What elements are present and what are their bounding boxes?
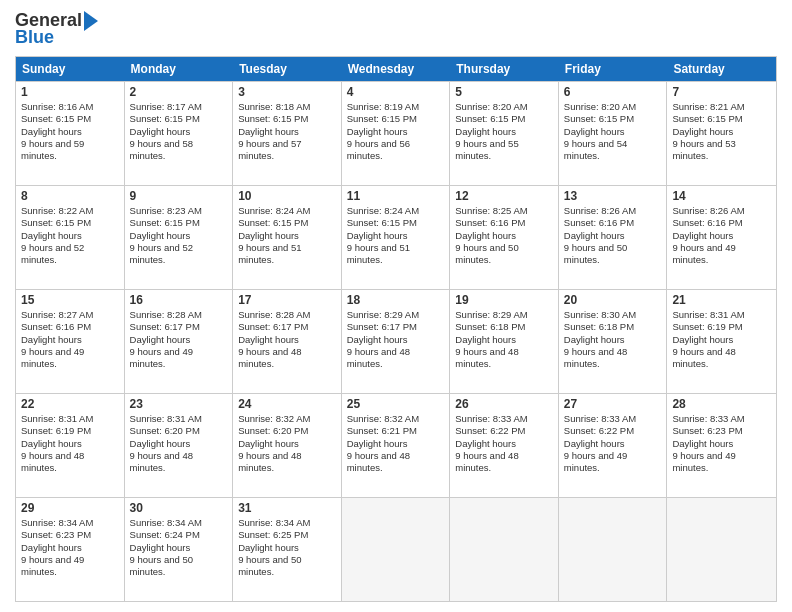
daylight-value: 9 hours and 48 minutes. <box>455 450 553 475</box>
day-number: 3 <box>238 85 336 99</box>
day-number: 15 <box>21 293 119 307</box>
day-number: 13 <box>564 189 662 203</box>
calendar-cell: 2Sunrise: 8:17 AMSunset: 6:15 PMDaylight… <box>125 82 234 185</box>
day-number: 12 <box>455 189 553 203</box>
sunrise-text: Sunrise: 8:33 AM <box>672 413 771 425</box>
sunset-text: Sunset: 6:22 PM <box>564 425 662 437</box>
sunset-text: Sunset: 6:18 PM <box>455 321 553 333</box>
calendar-cell: 5Sunrise: 8:20 AMSunset: 6:15 PMDaylight… <box>450 82 559 185</box>
day-number: 25 <box>347 397 445 411</box>
sunrise-text: Sunrise: 8:26 AM <box>564 205 662 217</box>
calendar-cell: 1Sunrise: 8:16 AMSunset: 6:15 PMDaylight… <box>16 82 125 185</box>
daylight-label: Daylight hours <box>130 126 228 138</box>
daylight-label: Daylight hours <box>130 230 228 242</box>
daylight-label: Daylight hours <box>455 334 553 346</box>
daylight-value: 9 hours and 59 minutes. <box>21 138 119 163</box>
page: General Blue SundayMondayTuesdayWednesda… <box>0 0 792 612</box>
daylight-label: Daylight hours <box>672 438 771 450</box>
daylight-value: 9 hours and 48 minutes. <box>238 450 336 475</box>
daylight-label: Daylight hours <box>455 230 553 242</box>
sunset-text: Sunset: 6:20 PM <box>238 425 336 437</box>
daylight-label: Daylight hours <box>21 542 119 554</box>
day-number: 1 <box>21 85 119 99</box>
sunset-text: Sunset: 6:17 PM <box>347 321 445 333</box>
sunset-text: Sunset: 6:19 PM <box>672 321 771 333</box>
sunrise-text: Sunrise: 8:34 AM <box>130 517 228 529</box>
daylight-value: 9 hours and 48 minutes. <box>21 450 119 475</box>
calendar: SundayMondayTuesdayWednesdayThursdayFrid… <box>15 56 777 602</box>
sunrise-text: Sunrise: 8:20 AM <box>564 101 662 113</box>
daylight-value: 9 hours and 49 minutes. <box>564 450 662 475</box>
calendar-cell: 29Sunrise: 8:34 AMSunset: 6:23 PMDayligh… <box>16 498 125 601</box>
day-number: 23 <box>130 397 228 411</box>
sunset-text: Sunset: 6:15 PM <box>347 217 445 229</box>
calendar-cell <box>342 498 451 601</box>
calendar-cell: 6Sunrise: 8:20 AMSunset: 6:15 PMDaylight… <box>559 82 668 185</box>
sunrise-text: Sunrise: 8:31 AM <box>21 413 119 425</box>
day-number: 9 <box>130 189 228 203</box>
sunrise-text: Sunrise: 8:22 AM <box>21 205 119 217</box>
calendar-cell: 18Sunrise: 8:29 AMSunset: 6:17 PMDayligh… <box>342 290 451 393</box>
sunset-text: Sunset: 6:18 PM <box>564 321 662 333</box>
calendar-cell: 16Sunrise: 8:28 AMSunset: 6:17 PMDayligh… <box>125 290 234 393</box>
day-number: 11 <box>347 189 445 203</box>
logo: General Blue <box>15 10 98 48</box>
daylight-value: 9 hours and 50 minutes. <box>130 554 228 579</box>
sunset-text: Sunset: 6:22 PM <box>455 425 553 437</box>
day-number: 21 <box>672 293 771 307</box>
sunrise-text: Sunrise: 8:31 AM <box>130 413 228 425</box>
daylight-label: Daylight hours <box>672 230 771 242</box>
daylight-label: Daylight hours <box>238 438 336 450</box>
daylight-value: 9 hours and 54 minutes. <box>564 138 662 163</box>
sunrise-text: Sunrise: 8:27 AM <box>21 309 119 321</box>
sunrise-text: Sunrise: 8:17 AM <box>130 101 228 113</box>
calendar-week: 1Sunrise: 8:16 AMSunset: 6:15 PMDaylight… <box>16 81 776 185</box>
calendar-cell: 26Sunrise: 8:33 AMSunset: 6:22 PMDayligh… <box>450 394 559 497</box>
calendar-header: SundayMondayTuesdayWednesdayThursdayFrid… <box>16 57 776 81</box>
daylight-value: 9 hours and 58 minutes. <box>130 138 228 163</box>
calendar-week: 15Sunrise: 8:27 AMSunset: 6:16 PMDayligh… <box>16 289 776 393</box>
day-number: 17 <box>238 293 336 307</box>
sunrise-text: Sunrise: 8:33 AM <box>564 413 662 425</box>
daylight-value: 9 hours and 53 minutes. <box>672 138 771 163</box>
calendar-cell: 28Sunrise: 8:33 AMSunset: 6:23 PMDayligh… <box>667 394 776 497</box>
logo-arrow <box>84 11 98 31</box>
daylight-value: 9 hours and 57 minutes. <box>238 138 336 163</box>
day-number: 30 <box>130 501 228 515</box>
calendar-cell: 3Sunrise: 8:18 AMSunset: 6:15 PMDaylight… <box>233 82 342 185</box>
daylight-label: Daylight hours <box>564 126 662 138</box>
calendar-cell: 8Sunrise: 8:22 AMSunset: 6:15 PMDaylight… <box>16 186 125 289</box>
daylight-label: Daylight hours <box>21 230 119 242</box>
sunrise-text: Sunrise: 8:33 AM <box>455 413 553 425</box>
sunset-text: Sunset: 6:15 PM <box>21 217 119 229</box>
header-day: Tuesday <box>233 57 342 81</box>
daylight-label: Daylight hours <box>238 126 336 138</box>
daylight-label: Daylight hours <box>21 334 119 346</box>
daylight-value: 9 hours and 52 minutes. <box>21 242 119 267</box>
header: General Blue <box>15 10 777 48</box>
day-number: 27 <box>564 397 662 411</box>
calendar-cell: 10Sunrise: 8:24 AMSunset: 6:15 PMDayligh… <box>233 186 342 289</box>
sunset-text: Sunset: 6:25 PM <box>238 529 336 541</box>
daylight-label: Daylight hours <box>238 230 336 242</box>
calendar-cell: 20Sunrise: 8:30 AMSunset: 6:18 PMDayligh… <box>559 290 668 393</box>
daylight-label: Daylight hours <box>238 334 336 346</box>
calendar-body: 1Sunrise: 8:16 AMSunset: 6:15 PMDaylight… <box>16 81 776 601</box>
sunset-text: Sunset: 6:19 PM <box>21 425 119 437</box>
sunset-text: Sunset: 6:17 PM <box>130 321 228 333</box>
sunset-text: Sunset: 6:15 PM <box>564 113 662 125</box>
sunset-text: Sunset: 6:16 PM <box>564 217 662 229</box>
daylight-label: Daylight hours <box>455 126 553 138</box>
daylight-label: Daylight hours <box>347 230 445 242</box>
sunset-text: Sunset: 6:21 PM <box>347 425 445 437</box>
calendar-cell: 15Sunrise: 8:27 AMSunset: 6:16 PMDayligh… <box>16 290 125 393</box>
day-number: 31 <box>238 501 336 515</box>
header-day: Wednesday <box>342 57 451 81</box>
logo-blue: Blue <box>15 27 54 48</box>
daylight-value: 9 hours and 55 minutes. <box>455 138 553 163</box>
daylight-label: Daylight hours <box>455 438 553 450</box>
day-number: 8 <box>21 189 119 203</box>
day-number: 4 <box>347 85 445 99</box>
day-number: 6 <box>564 85 662 99</box>
sunrise-text: Sunrise: 8:25 AM <box>455 205 553 217</box>
